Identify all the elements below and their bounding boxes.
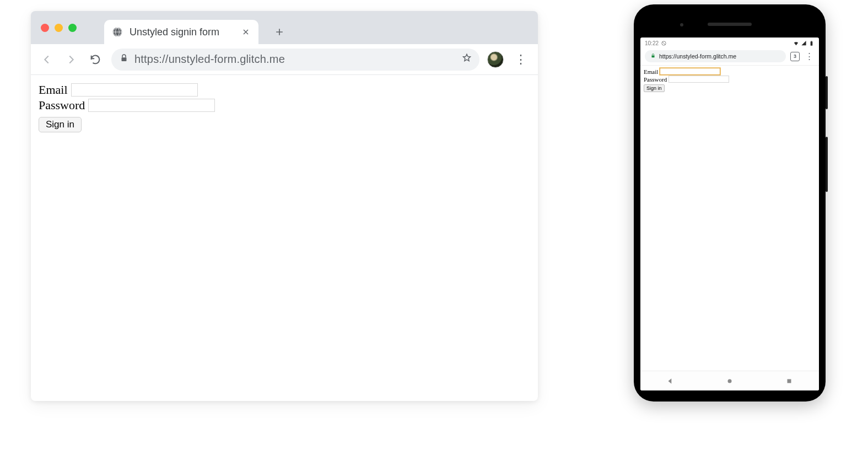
- back-button[interactable]: [39, 51, 55, 68]
- tabs-count-button[interactable]: 3: [790, 52, 800, 61]
- mobile-address-bar-row: https://unstyled-form.glitch.me 3 ⋮: [640, 49, 819, 66]
- mobile-password-label: Password: [644, 76, 667, 83]
- globe-icon: [112, 26, 123, 38]
- mobile-signin-button[interactable]: Sign in: [644, 84, 665, 92]
- tab-strip: Unstyled signin form: [31, 11, 538, 44]
- android-nav-bar: [640, 371, 819, 390]
- android-overview-button[interactable]: [785, 377, 793, 385]
- android-status-bar: 10:22: [640, 38, 819, 49]
- email-row: Email: [39, 83, 530, 97]
- window-minimize-button[interactable]: [55, 24, 63, 32]
- cell-signal-icon: [801, 40, 807, 46]
- mobile-url-text: https://unstyled-form.glitch.me: [659, 53, 736, 60]
- wifi-icon: [793, 40, 799, 46]
- mobile-password-row: Password: [644, 76, 816, 83]
- email-field[interactable]: [71, 83, 198, 97]
- profile-avatar[interactable]: [487, 51, 504, 68]
- phone-screen: 10:22 https://unstyle: [640, 38, 819, 390]
- mobile-browser-menu-button[interactable]: ⋮: [804, 51, 815, 61]
- status-time: 10:22: [645, 40, 659, 46]
- password-label: Password: [39, 98, 85, 113]
- tab-title: Unstyled signin form: [130, 26, 234, 38]
- mobile-email-field[interactable]: [660, 68, 720, 75]
- password-field[interactable]: [88, 99, 215, 112]
- password-row: Password: [39, 98, 530, 113]
- lock-icon: [119, 53, 129, 66]
- mobile-password-field[interactable]: [668, 76, 729, 83]
- svg-point-8: [728, 379, 732, 383]
- android-back-button[interactable]: [666, 377, 674, 385]
- page-viewport: Email Password Sign in: [31, 75, 538, 140]
- mobile-email-label: Email: [644, 68, 658, 75]
- mobile-address-bar[interactable]: https://unstyled-form.glitch.me: [645, 50, 786, 62]
- bookmark-star-icon[interactable]: [462, 53, 472, 66]
- close-icon[interactable]: [241, 27, 251, 37]
- svg-rect-5: [811, 41, 813, 45]
- forward-button[interactable]: [63, 51, 79, 68]
- android-home-button[interactable]: [726, 377, 734, 385]
- phone-speaker: [708, 23, 752, 26]
- phone-camera: [680, 23, 683, 26]
- reload-button[interactable]: [87, 51, 104, 68]
- mobile-page-viewport: Email Password Sign in: [640, 66, 819, 94]
- svg-rect-6: [811, 41, 812, 41]
- tabs-count: 3: [794, 53, 796, 59]
- window-zoom-button[interactable]: [68, 24, 77, 32]
- battery-icon: [808, 40, 815, 46]
- address-bar[interactable]: https://unstyled-form.glitch.me: [111, 49, 479, 71]
- desktop-browser-window: Unstyled signin form https://unstyled-fo…: [31, 11, 538, 401]
- browser-tab[interactable]: Unstyled signin form: [104, 20, 258, 44]
- signin-button[interactable]: Sign in: [39, 117, 82, 132]
- svg-rect-9: [788, 379, 791, 383]
- lock-icon: [650, 53, 656, 60]
- url-text: https://unstyled-form.glitch.me: [134, 53, 285, 66]
- new-tab-button[interactable]: [269, 22, 289, 42]
- svg-rect-3: [122, 57, 127, 61]
- mobile-email-row: Email: [644, 68, 816, 75]
- svg-rect-7: [652, 56, 655, 58]
- email-label: Email: [39, 83, 68, 97]
- do-not-disturb-icon: [661, 40, 667, 46]
- browser-toolbar: https://unstyled-form.glitch.me ⋮: [31, 44, 538, 75]
- browser-menu-button[interactable]: ⋮: [511, 52, 530, 67]
- phone-device-frame: 10:22 https://unstyle: [634, 4, 826, 402]
- window-close-button[interactable]: [41, 24, 49, 32]
- window-controls: [41, 24, 77, 32]
- phone-bezel-top: [640, 11, 819, 38]
